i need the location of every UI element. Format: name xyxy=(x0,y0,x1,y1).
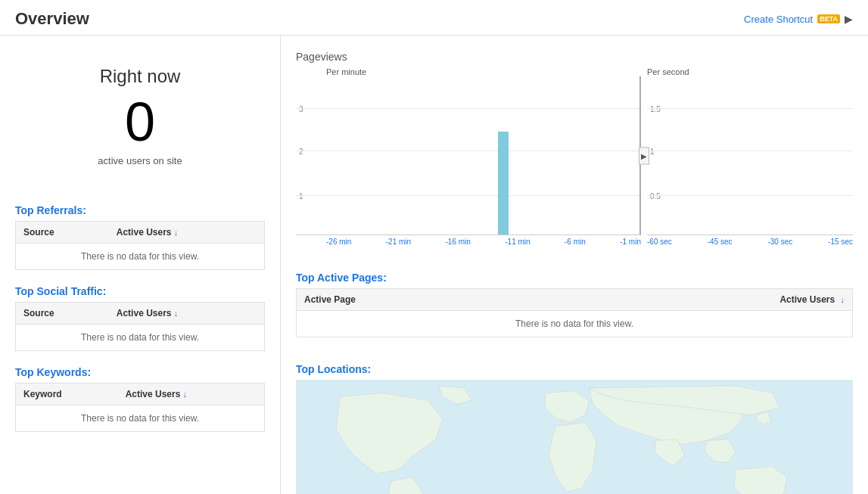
y-label-2: 2 xyxy=(299,148,303,156)
left-chart: 3 2 1 ▶ xyxy=(296,76,641,235)
top-active-pages-title[interactable]: Top Active Pages: xyxy=(296,272,853,284)
per-minute-label: Per minute xyxy=(296,66,641,76)
active-page-col: Active Page xyxy=(297,289,739,311)
social-source-col: Source xyxy=(16,303,109,325)
chart-wrapper: Per minute 3 2 1 xyxy=(296,66,853,246)
top-social-title[interactable]: Top Social Traffic: xyxy=(15,285,265,297)
per-second-label: Per second xyxy=(647,66,853,76)
x-label: -11 min xyxy=(505,238,530,246)
sort-arrow-social[interactable]: ↓ xyxy=(174,309,179,318)
chart-left-area: Per minute 3 2 1 xyxy=(296,66,641,246)
x-label: -6 min xyxy=(565,238,586,246)
top-referrals-title[interactable]: Top Referrals: xyxy=(15,204,265,216)
sort-arrow-active[interactable]: ↓ xyxy=(841,295,845,304)
x-label: -16 min xyxy=(446,238,471,246)
y-label-1: 1 xyxy=(299,192,303,200)
grid-line xyxy=(296,108,639,109)
top-locations-title[interactable]: Top Locations: xyxy=(296,363,853,375)
header: Overview Create Shortcut BETA ▶ xyxy=(0,0,868,36)
beta-badge: BETA xyxy=(817,14,840,23)
chart-right-area: Per second 1.5 1 0.5 -60 sec -45 sec xyxy=(641,66,853,246)
world-map xyxy=(296,380,853,494)
x-label: -1 min xyxy=(620,238,641,246)
referrals-source-col: Source xyxy=(16,222,109,244)
no-data-cell: There is no data for this view. xyxy=(16,244,265,270)
pageviews-section: Pageviews Per minute 3 2 1 xyxy=(281,43,868,246)
grid-line xyxy=(296,151,639,151)
x-labels-left: -26 min -21 min -16 min -11 min -6 min -… xyxy=(296,235,641,246)
top-social-table: Source Active Users ↓ There is no data f… xyxy=(15,302,265,351)
table-row: There is no data for this view. xyxy=(16,405,265,432)
page-title: Overview xyxy=(15,9,89,29)
top-keywords-table: Keyword Active Users ↓ There is no data … xyxy=(15,383,265,432)
x-label: -26 min xyxy=(326,238,351,246)
grid-line-r xyxy=(647,151,853,151)
top-referrals-section: Top Referrals: Source Active Users ↓ The… xyxy=(15,204,265,270)
top-referrals-table: Source Active Users ↓ There is no data f… xyxy=(15,221,265,270)
no-data-cell: There is no data for this view. xyxy=(16,405,265,432)
top-keywords-title[interactable]: Top Keywords: xyxy=(15,366,265,378)
main-layout: Right now 0 active users on site Top Ref… xyxy=(0,36,868,494)
x-label: -21 min xyxy=(386,238,411,246)
y-label-1-5: 1.5 xyxy=(650,105,661,113)
active-users-col: Active Users ↓ xyxy=(739,289,853,311)
table-row: There is no data for this view. xyxy=(297,311,853,337)
keyword-col: Keyword xyxy=(16,384,118,405)
left-panel: Right now 0 active users on site Top Ref… xyxy=(0,36,280,494)
grid-line xyxy=(296,195,639,196)
top-social-section: Top Social Traffic: Source Active Users … xyxy=(15,285,265,351)
pageviews-title: Pageviews xyxy=(296,51,853,63)
chart-arrow-button[interactable]: ▶ xyxy=(639,147,649,164)
no-data-cell: There is no data for this view. xyxy=(16,325,265,351)
y-label-3: 3 xyxy=(299,105,303,113)
map-container xyxy=(296,380,853,494)
create-shortcut-link[interactable]: Create Shortcut xyxy=(744,14,813,25)
table-row: There is no data for this view. xyxy=(16,244,265,270)
arrow-icon: ▶ xyxy=(845,13,853,25)
sort-arrow[interactable]: ↓ xyxy=(174,228,179,237)
bar-spike-light xyxy=(498,132,509,235)
right-now-section: Right now 0 active users on site xyxy=(15,51,265,189)
top-active-pages-section: Top Active Pages: Active Page Active Use… xyxy=(281,246,868,337)
x-label-r: -30 sec xyxy=(767,238,792,246)
right-now-title: Right now xyxy=(15,66,265,87)
sort-arrow-keywords[interactable]: ↓ xyxy=(183,390,188,399)
table-row: There is no data for this view. xyxy=(16,325,265,351)
x-label-r: -15 sec xyxy=(828,238,853,246)
active-count: 0 xyxy=(15,95,265,149)
referrals-users-col: Active Users ↓ xyxy=(109,222,265,244)
y-label-1-right: 1 xyxy=(650,148,655,156)
right-panel: Pageviews Per minute 3 2 1 xyxy=(280,36,868,494)
right-chart: 1.5 1 0.5 xyxy=(647,76,853,235)
social-users-col: Active Users ↓ xyxy=(109,303,265,325)
y-label-0-5: 0.5 xyxy=(650,192,661,200)
top-locations-section: Top Locations: xyxy=(281,337,868,494)
top-active-pages-table: Active Page Active Users ↓ There is no d… xyxy=(296,288,853,337)
x-label-r: -45 sec xyxy=(708,238,733,246)
active-label: active users on site xyxy=(15,155,265,166)
top-keywords-section: Top Keywords: Keyword Active Users ↓ The… xyxy=(15,366,265,432)
x-labels-right: -60 sec -45 sec -30 sec -15 sec xyxy=(647,235,853,246)
header-actions: Create Shortcut BETA ▶ xyxy=(744,13,853,25)
x-label-r: -60 sec xyxy=(647,238,672,246)
grid-line-r xyxy=(647,195,853,196)
grid-line-r xyxy=(647,108,853,109)
no-data-cell: There is no data for this view. xyxy=(297,311,853,337)
keyword-users-col: Active Users ↓ xyxy=(118,384,265,405)
